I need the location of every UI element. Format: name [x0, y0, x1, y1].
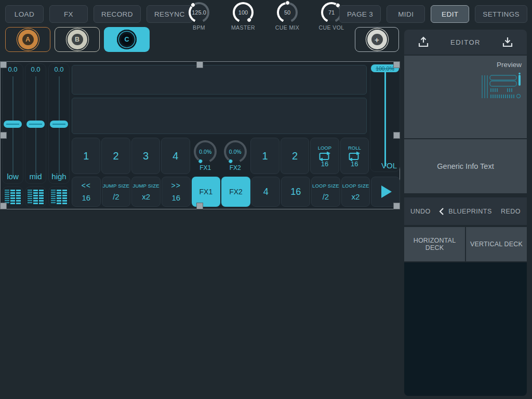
resize-handle-mid-right[interactable]	[393, 132, 400, 139]
cue-mix-label: CUE MIX	[275, 24, 300, 31]
play-icon	[381, 185, 392, 198]
hotcue-3-button[interactable]: 3	[131, 138, 160, 174]
volume-slider[interactable]: 100.0% VOL	[370, 64, 400, 172]
loop-cue-2-button[interactable]: 2	[281, 138, 309, 174]
master-knob[interactable]: 100	[233, 2, 254, 23]
eq-high-value: 0.0	[49, 65, 69, 73]
horizontal-deck-button[interactable]: HORIZONTAL DECK	[404, 227, 465, 261]
info-text: Generic Info Text	[437, 162, 494, 170]
topbar-left-group: LOAD FX RECORD RESYNC	[5, 5, 193, 23]
fx1-knob[interactable]: 0.0%	[194, 140, 217, 163]
fx2-toggle-button-active[interactable]: FX2	[221, 177, 250, 207]
blueprint-list-area[interactable]	[404, 262, 527, 396]
loop-button[interactable]: LOOP 16	[310, 138, 339, 174]
resize-handle-top-left[interactable]	[0, 61, 7, 68]
resize-handle-top-center[interactable]	[196, 61, 203, 68]
hotcue-2-button[interactable]: 2	[101, 138, 130, 174]
deck-tab-c-active[interactable]: C	[104, 27, 150, 52]
vertical-deck-button[interactable]: VERTICAL DECK	[466, 227, 527, 261]
fx2-knob-block: 0.0% FX2	[221, 138, 249, 174]
loop-length-4-button[interactable]: 4	[251, 177, 281, 207]
fx-button[interactable]: FX	[49, 5, 88, 23]
eq-mid-label: mid	[25, 172, 46, 181]
eq-high-label: high	[49, 172, 69, 181]
blueprints-label: BLUEPRINTS	[448, 208, 492, 215]
waveform-overview-display[interactable]	[72, 98, 367, 134]
roll-button[interactable]: ROLL 16	[340, 138, 369, 174]
info-box: Generic Info Text	[404, 139, 527, 193]
redo-button[interactable]: REDO	[501, 208, 521, 215]
eq-mid-handle[interactable]	[26, 121, 45, 128]
eq-slider-mid[interactable]: 0.0 mid	[25, 63, 46, 184]
loop-length-16-button[interactable]: 16	[281, 177, 310, 207]
eq-high-handle[interactable]	[50, 121, 68, 128]
preview-box: Preview	[404, 56, 527, 138]
fx2-knob[interactable]: 0.0%	[224, 140, 247, 163]
add-deck-tab[interactable]: +	[355, 27, 399, 52]
editor-panel: EDITOR Preview	[404, 30, 527, 396]
cuemix-knob-block: 50 CUE MIX	[267, 2, 308, 31]
preview-label: Preview	[497, 61, 522, 69]
deck-tab-b[interactable]: B	[55, 27, 100, 52]
deck-c-icon: C	[117, 30, 137, 49]
resize-handle-mid-left[interactable]	[0, 132, 7, 139]
settings-button[interactable]: SETTINGS	[475, 5, 527, 23]
deck-button-row-2: << 16 JUMP SIZE /2 JUMP SIZE x2 >> 16 FX…	[72, 177, 400, 207]
blueprint-buttons: HORIZONTAL DECK VERTICAL DECK	[404, 227, 527, 261]
export-upload-icon[interactable]	[417, 35, 430, 49]
page-3-button[interactable]: PAGE 3	[339, 5, 381, 23]
back-chevron-icon	[439, 207, 444, 216]
roll-beats-value: 16	[351, 160, 358, 168]
hotcue-4-button[interactable]: 4	[161, 138, 190, 174]
eq-low-label: low	[3, 172, 23, 181]
deck-a-icon: A	[18, 30, 38, 49]
deck-tab-a[interactable]: A	[5, 27, 50, 52]
resize-handle-bottom-left[interactable]	[0, 203, 7, 209]
jump-size-double-button[interactable]: JUMP SIZE x2	[131, 177, 161, 207]
fx1-knob-block: 0.0% FX1	[191, 138, 220, 174]
deck-preview-thumbnail	[480, 72, 524, 102]
import-download-icon[interactable]	[501, 35, 514, 49]
roll-button-label: ROLL	[348, 145, 361, 151]
blueprints-bar: UNDO BLUEPRINTS REDO	[404, 197, 527, 225]
load-button[interactable]: LOAD	[5, 5, 44, 23]
app-screen: LOAD FX RECORD RESYNC 125.0 BPM 100 MAST…	[0, 0, 532, 399]
deck-b-icon: B	[68, 30, 87, 49]
topbar-right-group: PAGE 3 MIDI EDIT SETTINGS	[339, 5, 527, 23]
bpm-knob[interactable]: 125.0	[189, 2, 209, 23]
midi-button[interactable]: MIDI	[387, 5, 425, 23]
knob-indicator-dot	[276, 2, 298, 23]
jump-forward-button[interactable]: >> 16	[162, 177, 191, 207]
eq-mid-value: 0.0	[25, 65, 46, 73]
level-meter-high-icon	[48, 187, 70, 207]
volume-slider-track	[384, 72, 386, 166]
bpm-knob-block: 125.0 BPM	[179, 2, 219, 31]
cue-mix-knob[interactable]: 50	[277, 2, 298, 23]
loop-button-label: LOOP	[318, 145, 331, 151]
resize-handle-bottom-right[interactable]	[393, 203, 400, 209]
topbar-knobs: 125.0 BPM 100 MASTER 50 CUE MIX	[179, 2, 352, 31]
level-meter-mid-icon	[25, 187, 46, 207]
loop-beats-value: 16	[321, 160, 328, 168]
edit-button[interactable]: EDIT	[431, 5, 469, 23]
eq-low-handle[interactable]	[4, 121, 22, 128]
fx1-toggle-button-active[interactable]: FX1	[192, 177, 221, 207]
master-knob-block: 100 MASTER	[223, 2, 263, 31]
deck-button-row-1: 1 2 3 4 0.0% FX1 0.0% FX2 1	[72, 138, 369, 174]
waveform-display[interactable]	[72, 65, 367, 95]
eq-slider-low[interactable]: 0.0 low	[2, 63, 23, 184]
hotcue-1-button[interactable]: 1	[72, 138, 100, 174]
loop-size-double-button[interactable]: LOOP SIZE x2	[341, 177, 370, 207]
loop-size-half-button[interactable]: LOOP SIZE /2	[311, 177, 340, 207]
jump-back-button[interactable]: << 16	[72, 177, 101, 207]
jump-size-half-button[interactable]: JUMP SIZE /2	[102, 177, 131, 207]
editor-panel-header: EDITOR	[404, 30, 527, 55]
deck-widget[interactable]: 0.0 low 0.0 mid 0.0 high	[0, 61, 400, 209]
loop-cue-1-button[interactable]: 1	[250, 138, 279, 174]
cue-vol-knob[interactable]: 71	[321, 2, 342, 23]
resize-handle-top-right[interactable]	[393, 61, 400, 68]
record-button[interactable]: RECORD	[94, 5, 141, 23]
add-deck-icon: +	[367, 30, 387, 49]
resize-handle-bottom-center[interactable]	[196, 203, 203, 209]
eq-slider-high[interactable]: 0.0 high	[48, 63, 70, 184]
